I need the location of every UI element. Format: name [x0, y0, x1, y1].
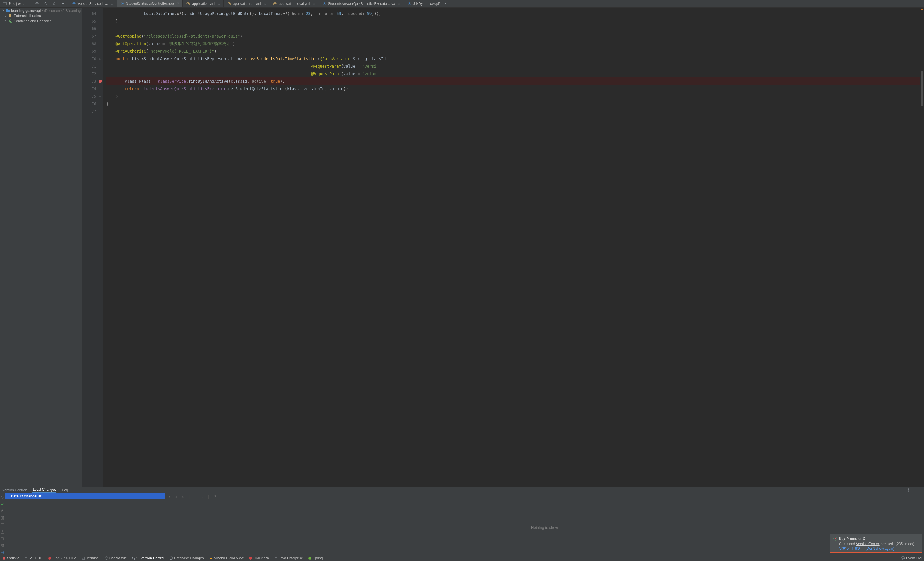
chevron-right-icon: [4, 20, 8, 22]
bottom-bar-item[interactable]: Alibaba Cloud View: [209, 556, 244, 560]
bottom-bar-item[interactable]: CheckStyle: [105, 556, 127, 560]
gutter-line[interactable]: 75: [82, 93, 103, 100]
diff-edit-icon[interactable]: ✎: [182, 495, 184, 499]
editor-tab[interactable]: application-qa.yml×: [224, 0, 270, 7]
bottom-bar-item[interactable]: Statistic: [2, 556, 19, 560]
gutter-line[interactable]: 77: [82, 108, 103, 115]
code-line[interactable]: @PreAuthorize("hasAnyRole('ROLE_TEACHER'…: [106, 47, 920, 55]
tab-label: VersionService.java: [78, 2, 108, 6]
tree-item-external-libraries[interactable]: External Libraries: [0, 13, 82, 18]
gutter-line[interactable]: 64: [82, 10, 103, 17]
bottom-bar-item[interactable]: Spring: [308, 556, 323, 560]
gutter-line[interactable]: 65: [82, 17, 103, 25]
expand-all-icon[interactable]: [0, 544, 4, 548]
close-icon[interactable]: ×: [313, 2, 315, 6]
notification-key-promoter[interactable]: Key Promoter X Command Version Control p…: [830, 534, 922, 553]
vcs-tab-log[interactable]: Log: [62, 488, 69, 492]
editor-tab[interactable]: StudentStatisticsController.java×: [117, 0, 183, 7]
gutter-line[interactable]: 69: [82, 47, 103, 55]
tree-item-scratches[interactable]: Scratches and Consoles: [0, 18, 82, 24]
gear-icon[interactable]: [906, 488, 911, 493]
bottom-bar-item[interactable]: LuaCheck: [249, 556, 269, 560]
close-icon[interactable]: ×: [218, 2, 220, 6]
gear-icon[interactable]: [52, 1, 57, 6]
code-line[interactable]: return studentsAnswerQuizStatisticsExecu…: [106, 85, 920, 93]
bottom-bar-item[interactable]: 9: Version Control: [132, 556, 164, 560]
svg-rect-21: [9, 15, 10, 17]
vcs-tab-local-changes[interactable]: Local Changes: [32, 488, 56, 493]
code-line[interactable]: }: [106, 100, 920, 108]
code-line[interactable]: [106, 108, 920, 115]
vcs-local-changes-list[interactable]: Default Changelist: [4, 494, 165, 555]
expand-icon[interactable]: [43, 1, 48, 6]
code-area[interactable]: LocalDateTime.of(studentUsageParam.getEn…: [103, 8, 920, 487]
gutter-line[interactable]: 68: [82, 40, 103, 47]
bottom-bar-item[interactable]: FindBugs-IDEA: [48, 556, 76, 560]
notification-body-post: pressed 1,235 time(s): [880, 542, 914, 546]
svg-point-24: [9, 20, 12, 22]
close-icon[interactable]: ×: [264, 2, 266, 6]
notification-shortcut: '⌘9' or '⇧⌘9': [839, 546, 860, 550]
group-icon[interactable]: [0, 537, 4, 541]
close-icon[interactable]: ×: [444, 2, 446, 6]
editor-scrollbar[interactable]: [920, 8, 924, 487]
bottom-bar-item[interactable]: 6: TODO: [24, 556, 43, 560]
preview-icon[interactable]: [0, 550, 4, 555]
code-line[interactable]: LocalDateTime.of(studentUsageParam.getEn…: [106, 10, 920, 17]
bottom-bar-item[interactable]: Terminal: [81, 556, 99, 560]
editor-tab[interactable]: StudentsAnswerQuizStatisticsExecutor.jav…: [319, 0, 404, 7]
editor-tab[interactable]: VersionService.java×: [69, 0, 117, 7]
diff-forward-icon[interactable]: →: [201, 495, 203, 499]
diff-icon[interactable]: [0, 516, 4, 520]
shelve-icon[interactable]: [0, 530, 4, 534]
code-line[interactable]: }: [106, 93, 920, 100]
commit-icon[interactable]: [0, 502, 4, 506]
gutter-line[interactable]: 71: [82, 63, 103, 70]
diff-toolbar: ↑ ↓ ✎ | ← → | ?: [165, 494, 924, 500]
project-root[interactable]: learning-game-api ~/Documents/p3/learnin…: [0, 8, 82, 13]
editor-tab[interactable]: JdkDynamicAopPr×: [404, 0, 450, 7]
code-line[interactable]: @RequestParam(value = "volum: [106, 70, 920, 78]
code-line[interactable]: }: [106, 17, 920, 25]
code-line[interactable]: public List<StudentAnswerQuizStatisticsR…: [106, 55, 920, 63]
chevron-down-icon: [26, 3, 28, 5]
close-icon[interactable]: ×: [398, 2, 400, 6]
bottom-bar-item[interactable]: Database Changes: [170, 556, 204, 560]
gutter-line[interactable]: 67: [82, 32, 103, 40]
notification-body-link[interactable]: Version Control: [856, 542, 880, 546]
gutter[interactable]: 6465666768697071727374757677: [82, 8, 103, 487]
scrollbar-thumb[interactable]: [921, 71, 923, 106]
changelist-default[interactable]: Default Changelist: [4, 494, 165, 499]
code-line[interactable]: @RequestParam(value = "versi: [106, 63, 920, 70]
gutter-line[interactable]: 70: [82, 55, 103, 63]
close-icon[interactable]: ×: [111, 2, 113, 6]
diff-next-icon[interactable]: ↓: [175, 495, 177, 499]
gutter-line[interactable]: 76: [82, 100, 103, 108]
gutter-line[interactable]: 74: [82, 85, 103, 93]
notification-dont-show-link[interactable]: (Don't show again): [866, 546, 894, 550]
event-log-button[interactable]: Event Log: [902, 556, 922, 560]
bottom-bar-item[interactable]: Java Enterprise: [274, 556, 303, 560]
refresh-icon[interactable]: [0, 495, 4, 499]
close-icon[interactable]: ×: [177, 2, 179, 6]
project-selector[interactable]: Project: [0, 0, 32, 7]
changelist-icon[interactable]: [0, 523, 4, 527]
code-line[interactable]: @GetMapping("/classes/{classId}/students…: [106, 32, 920, 40]
locate-icon[interactable]: [34, 1, 40, 6]
diff-help-icon[interactable]: ?: [214, 495, 216, 499]
gutter-line[interactable]: 66: [82, 25, 103, 32]
project-tree[interactable]: learning-game-api ~/Documents/p3/learnin…: [0, 8, 82, 487]
gutter-line[interactable]: 72: [82, 70, 103, 78]
code-line[interactable]: Klass klass = klassService.findByIdAndAc…: [106, 78, 920, 85]
diff-prev-icon[interactable]: ↑: [168, 495, 171, 499]
diff-back-icon[interactable]: ←: [195, 495, 197, 499]
event-log-label: Event Log: [906, 556, 922, 560]
editor-tab[interactable]: application-local.yml×: [270, 0, 319, 7]
code-line[interactable]: @ApiOperation(value = "班级学生的答题时间和正确率统计"): [106, 40, 920, 47]
gutter-line[interactable]: 73: [82, 78, 103, 85]
editor-tab[interactable]: application.yml×: [183, 0, 224, 7]
minimize-icon[interactable]: [60, 1, 66, 6]
code-line[interactable]: [106, 25, 920, 32]
rollback-icon[interactable]: [0, 509, 4, 513]
minimize-icon[interactable]: [916, 488, 922, 493]
